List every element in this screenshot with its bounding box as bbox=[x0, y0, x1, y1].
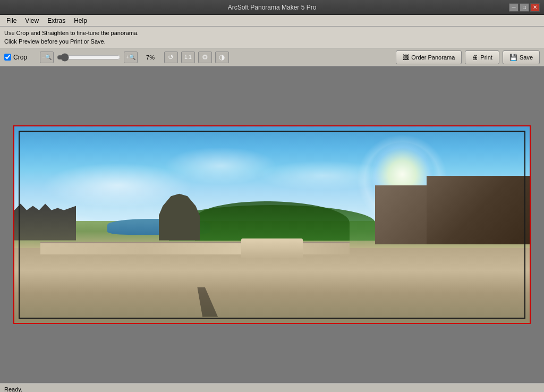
crop-checkbox[interactable] bbox=[4, 54, 11, 61]
toolbar: Crop −🔍 +🔍 7% ↺ 1:1 ⚙ ◑ 🖼 Order Panorama… bbox=[0, 48, 544, 66]
zoom-in-button[interactable]: +🔍 bbox=[124, 52, 138, 63]
order-panorama-button[interactable]: 🖼 Order Panorama bbox=[396, 50, 462, 64]
print-button[interactable]: 🖨 Print bbox=[465, 50, 499, 64]
instruction-line1: Use Crop and Straighten to fine-tune the… bbox=[4, 29, 540, 37]
status-text: Ready. bbox=[4, 386, 22, 393]
app-title: ArcSoft Panorama Maker 5 Pro bbox=[36, 4, 508, 11]
fit-button[interactable]: 1:1 bbox=[181, 52, 195, 63]
menu-extras[interactable]: Extras bbox=[43, 16, 70, 25]
minimize-button[interactable]: ─ bbox=[509, 3, 518, 12]
panorama-container[interactable] bbox=[13, 125, 531, 324]
order-label: Order Panorama bbox=[411, 54, 455, 61]
print-icon: 🖨 bbox=[472, 54, 478, 61]
zoom-out-button[interactable]: −🔍 bbox=[40, 52, 54, 63]
pano-inner-border bbox=[19, 131, 525, 319]
crop-checkbox-group[interactable]: Crop bbox=[4, 54, 27, 61]
panorama-image bbox=[14, 126, 530, 323]
menu-file[interactable]: File bbox=[2, 16, 21, 25]
menu-help[interactable]: Help bbox=[70, 16, 91, 25]
color-button[interactable]: ◑ bbox=[215, 52, 229, 63]
save-icon: 💾 bbox=[509, 54, 517, 61]
order-icon: 🖼 bbox=[403, 54, 409, 61]
menu-bar: File View Extras Help bbox=[0, 15, 544, 27]
title-bar: ArcSoft Panorama Maker 5 Pro ─ □ ✕ bbox=[0, 0, 544, 15]
zoom-slider[interactable] bbox=[57, 54, 121, 61]
save-label: Save bbox=[520, 54, 533, 61]
rotate-button[interactable]: ↺ bbox=[164, 52, 178, 63]
instruction-line2: Click Preview before you Print or Save. bbox=[4, 37, 540, 46]
zoom-value: 7% bbox=[146, 54, 155, 61]
canvas-area[interactable] bbox=[0, 66, 544, 383]
instructions-panel: Use Crop and Straighten to fine-tune the… bbox=[0, 27, 544, 48]
settings-button[interactable]: ⚙ bbox=[198, 52, 212, 63]
window-controls[interactable]: ─ □ ✕ bbox=[508, 3, 540, 12]
maximize-button[interactable]: □ bbox=[520, 3, 529, 12]
crop-label: Crop bbox=[13, 54, 27, 61]
save-button[interactable]: 💾 Save bbox=[503, 50, 540, 64]
status-bar: Ready. bbox=[0, 383, 544, 392]
print-label: Print bbox=[480, 54, 492, 61]
close-button[interactable]: ✕ bbox=[530, 3, 540, 12]
menu-view[interactable]: View bbox=[21, 16, 43, 25]
main-content: Ready. bbox=[0, 66, 544, 392]
